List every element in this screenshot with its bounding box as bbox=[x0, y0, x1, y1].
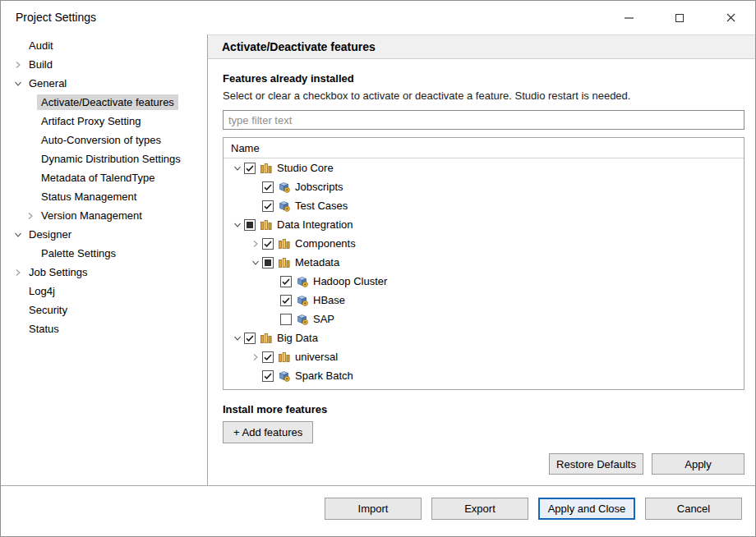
chevron-right-icon[interactable] bbox=[11, 61, 25, 69]
feature-label: SAP bbox=[313, 313, 334, 325]
feature-icon bbox=[296, 275, 309, 288]
sidebar-item-label: Palette Settings bbox=[37, 246, 120, 261]
feature-row-hadoop-cluster[interactable]: Hadoop Cluster bbox=[224, 272, 744, 291]
feature-icon bbox=[278, 369, 291, 383]
tree-column-header-name[interactable]: Name bbox=[224, 138, 744, 158]
sidebar-item-label: Job Settings bbox=[25, 264, 92, 280]
sidebar-item-label: Status bbox=[25, 321, 63, 337]
restore-defaults-button[interactable]: Restore Defaults bbox=[549, 453, 643, 475]
sidebar-item-general[interactable]: General bbox=[1, 74, 207, 93]
feature-row-studio-core[interactable]: Studio Core bbox=[224, 158, 744, 177]
feature-row-universal[interactable]: universal bbox=[224, 347, 744, 366]
feature-icon bbox=[278, 181, 291, 194]
feature-row-data-integration[interactable]: Data Integration bbox=[224, 215, 744, 234]
minimize-button[interactable] bbox=[610, 1, 648, 34]
chevron-right-icon[interactable] bbox=[11, 268, 25, 277]
sidebar-item-status[interactable]: Status bbox=[1, 319, 207, 338]
feature-label: Spark Batch bbox=[295, 369, 353, 382]
feature-checkbox-checked[interactable] bbox=[280, 276, 292, 287]
features-tree-table: Name Studio CoreJobscriptsTest CasesData… bbox=[223, 137, 744, 390]
feature-label: Data Integration bbox=[277, 218, 353, 231]
feature-category-icon bbox=[260, 162, 273, 175]
feature-checkbox-checked[interactable] bbox=[262, 351, 274, 363]
feature-row-test-cases[interactable]: Test Cases bbox=[224, 196, 744, 215]
close-button[interactable] bbox=[712, 1, 749, 34]
chevron-right-icon[interactable] bbox=[248, 353, 262, 361]
chevron-right-icon[interactable] bbox=[23, 212, 37, 220]
feature-row-components[interactable]: Components bbox=[224, 234, 744, 253]
feature-checkbox-checked[interactable] bbox=[262, 200, 274, 212]
partial-check-mark bbox=[265, 259, 271, 266]
maximize-icon bbox=[675, 14, 684, 22]
export-button[interactable]: Export bbox=[431, 498, 528, 520]
feature-label: Hadoop Cluster bbox=[313, 275, 387, 287]
feature-checkbox-partial[interactable] bbox=[262, 257, 274, 268]
feature-label: Test Cases bbox=[295, 200, 348, 212]
chevron-right-icon[interactable] bbox=[248, 240, 262, 248]
sidebar-item-label: Auto-Conversion of types bbox=[37, 132, 165, 148]
feature-checkbox-checked[interactable] bbox=[244, 163, 256, 174]
sidebar-item-security[interactable]: Security bbox=[1, 301, 207, 319]
sidebar-item-label: Activate/Deactivate features bbox=[37, 94, 178, 110]
partial-check-mark bbox=[247, 222, 253, 228]
feature-row-big-data[interactable]: Big Data bbox=[224, 328, 744, 347]
feature-checkbox-checked[interactable] bbox=[262, 238, 274, 250]
feature-row-jobscripts[interactable]: Jobscripts bbox=[224, 177, 744, 196]
feature-checkbox-checked[interactable] bbox=[244, 333, 256, 344]
sidebar-item-label: Log4j bbox=[25, 283, 59, 299]
chevron-down-icon[interactable] bbox=[248, 259, 262, 267]
sidebar-item-auto-conversion-of-types[interactable]: Auto-Conversion of types bbox=[1, 131, 207, 149]
feature-row-hbase[interactable]: HBase bbox=[224, 291, 744, 310]
chevron-down-icon[interactable] bbox=[11, 80, 25, 88]
sidebar-item-audit[interactable]: Audit bbox=[1, 36, 207, 55]
sidebar-item-label: Version Management bbox=[37, 208, 146, 223]
add-features-button[interactable]: + Add features bbox=[223, 421, 313, 443]
sidebar-item-build[interactable]: Build bbox=[1, 55, 207, 74]
sidebar-item-palette-settings[interactable]: Palette Settings bbox=[1, 244, 207, 263]
settings-panel: Features already installed Select or cle… bbox=[208, 59, 756, 485]
sidebar-item-activate-deactivate-features[interactable]: Activate/Deactivate features bbox=[1, 93, 207, 112]
project-settings-dialog: Project Settings AuditBuildGeneralActiva… bbox=[0, 0, 756, 537]
chevron-down-icon[interactable] bbox=[230, 164, 244, 172]
sidebar-item-dynamic-distribution-settings[interactable]: Dynamic Distribution Settings bbox=[1, 149, 207, 168]
feature-checkbox-unchecked[interactable] bbox=[280, 314, 292, 325]
import-button[interactable]: Import bbox=[325, 498, 422, 520]
feature-checkbox-partial[interactable] bbox=[244, 219, 256, 231]
chevron-down-icon[interactable] bbox=[230, 334, 244, 342]
installed-section-description: Select or clear a checkbox to activate o… bbox=[223, 90, 744, 102]
chevron-down-icon[interactable] bbox=[11, 231, 25, 239]
sidebar-item-label: Dynamic Distribution Settings bbox=[37, 151, 185, 167]
filter-input[interactable] bbox=[223, 110, 744, 130]
sidebar-item-status-management[interactable]: Status Management bbox=[1, 187, 207, 206]
sidebar-item-job-settings[interactable]: Job Settings bbox=[1, 263, 207, 282]
panel-title: Activate/Deactivate features bbox=[222, 40, 376, 53]
sidebar-item-label: Status Management bbox=[37, 189, 141, 204]
features-tree-rows: Studio CoreJobscriptsTest CasesData Inte… bbox=[224, 158, 744, 385]
feature-checkbox-checked[interactable] bbox=[262, 370, 274, 382]
dialog-button-bar: Import Export Apply and Close Cancel bbox=[1, 485, 756, 537]
feature-label: Studio Core bbox=[277, 162, 334, 174]
sidebar-item-designer[interactable]: Designer bbox=[1, 225, 207, 244]
sidebar-item-log4j[interactable]: Log4j bbox=[1, 282, 207, 301]
titlebar[interactable]: Project Settings bbox=[1, 1, 755, 34]
feature-category-icon bbox=[278, 237, 291, 250]
feature-checkbox-checked[interactable] bbox=[280, 295, 292, 306]
cancel-button[interactable]: Cancel bbox=[645, 498, 742, 520]
sidebar-item-version-management[interactable]: Version Management bbox=[1, 206, 207, 225]
sidebar-item-artifact-proxy-setting[interactable]: Artifact Proxy Setting bbox=[1, 112, 207, 131]
apply-and-close-button[interactable]: Apply and Close bbox=[538, 498, 635, 520]
feature-row-sap[interactable]: SAP bbox=[224, 310, 744, 328]
feature-category-icon bbox=[260, 218, 273, 232]
feature-row-spark-batch[interactable]: Spark Batch bbox=[224, 366, 744, 385]
feature-checkbox-checked[interactable] bbox=[262, 181, 274, 193]
apply-button[interactable]: Apply bbox=[652, 453, 744, 475]
maximize-button[interactable] bbox=[661, 1, 698, 34]
sidebar-item-metadata-of-talendtype[interactable]: Metadata of TalendType bbox=[1, 168, 207, 187]
sidebar-item-label: Build bbox=[25, 57, 57, 72]
feature-row-metadata[interactable]: Metadata bbox=[224, 253, 744, 272]
feature-icon bbox=[278, 200, 291, 213]
feature-label: HBase bbox=[313, 294, 345, 306]
window-controls bbox=[610, 1, 749, 34]
chevron-down-icon[interactable] bbox=[230, 221, 244, 229]
feature-label: universal bbox=[295, 351, 338, 363]
